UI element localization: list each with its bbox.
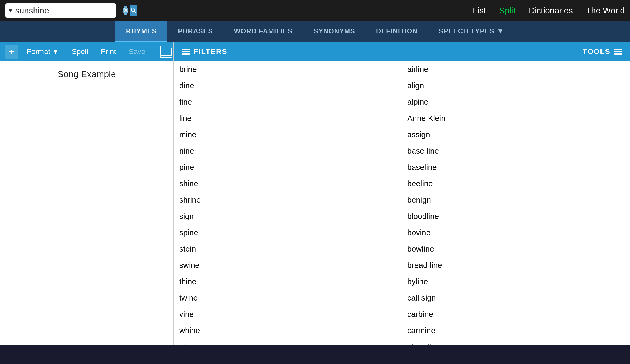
rhyme-word[interactable]: whine [174,322,402,339]
tools-line-1 [614,49,622,50]
tab-phrases[interactable]: PHRASES [167,21,224,42]
rhyme-word[interactable]: fine [174,94,402,110]
spell-button[interactable]: Spell [68,45,92,58]
tab-definition[interactable]: DEFINITION [366,21,428,42]
search-input[interactable] [15,6,121,16]
rhyme-word[interactable]: spine [174,224,402,241]
editor-toolbar: + Format ▼ Spell Print Save [0,42,173,61]
save-button[interactable]: Save [125,45,149,58]
tools-label[interactable]: TOOLS [583,47,622,56]
rhyme-word[interactable]: line [174,110,402,126]
rhyme-word[interactable]: benign [402,192,630,208]
rhyme-word[interactable]: call sign [402,290,630,306]
rhyme-word[interactable]: wine [174,339,402,345]
search-icon [130,7,137,14]
rhyme-word[interactable]: bread line [402,257,630,273]
clear-search-button[interactable]: ✕ [123,6,128,15]
speech-types-dropdown-icon: ▼ [497,27,504,35]
rhyme-word[interactable]: bloodline [402,208,630,224]
top-nav: List Split Dictionaries The World [473,6,625,16]
rhyme-word[interactable]: Anne Klein [402,110,630,126]
format-button[interactable]: Format ▼ [23,45,63,58]
rhymes-col-right: airlinealignalpineAnne Kleinassignbase l… [402,61,630,345]
main-content: + Format ▼ Spell Print Save Song Example [0,42,630,345]
hamburger-line-3 [182,53,190,55]
rhyme-word[interactable]: pine [174,159,402,175]
nav-list[interactable]: List [473,6,486,16]
rhyme-word[interactable]: airline [402,61,630,77]
rhyme-word[interactable]: mine [174,126,402,143]
view-toggle-icon [161,48,172,56]
hamburger-line-1 [182,49,190,50]
tabs-bar: RHYMES PHRASES WORD FAMILIES SYNONYMS DE… [0,21,630,42]
editor-body[interactable] [0,85,173,345]
rhyme-word[interactable]: bovine [402,224,630,241]
filters-label[interactable]: FILTERS [182,47,227,56]
tab-synonyms[interactable]: SYNONYMS [303,21,366,42]
tab-speech-types[interactable]: SPEECH TYPES ▼ [428,21,515,42]
rhyme-word[interactable]: align [402,77,630,94]
format-dropdown-icon: ▼ [52,47,59,56]
rhyme-word[interactable]: shrine [174,192,402,208]
rhyme-word[interactable]: baseline [402,159,630,175]
search-container: ▼ ✕ [5,3,116,18]
rhyme-word[interactable]: swine [174,257,402,273]
tools-line-2 [614,51,622,52]
rhymes-panel: FILTERS TOOLS brinedinefinelinemineninep… [174,42,630,345]
search-dropdown-arrow[interactable]: ▼ [8,8,13,14]
editor-title: Song Example [0,61,173,85]
rhyme-word[interactable]: beeline [402,175,630,192]
filters-hamburger-icon[interactable] [182,49,190,55]
rhyme-word[interactable]: stein [174,241,402,257]
rhyme-word[interactable]: carbine [402,306,630,322]
nav-dictionaries[interactable]: Dictionaries [529,6,573,16]
rhyme-word[interactable]: bowline [402,241,630,257]
add-button[interactable]: + [5,45,18,59]
rhyme-word[interactable]: chow line [402,339,630,345]
nav-the-world[interactable]: The World [586,6,625,16]
rhyme-word[interactable]: shine [174,175,402,192]
rhymes-col-left: brinedinefinelinemineninepineshineshrine… [174,61,402,345]
hamburger-line-2 [182,51,190,52]
top-bar: ▼ ✕ List Split Dictionaries The World [0,0,630,21]
nav-split[interactable]: Split [499,6,516,16]
editor-panel: + Format ▼ Spell Print Save Song Example [0,42,174,345]
search-button[interactable] [130,5,137,16]
rhyme-word[interactable]: carmine [402,322,630,339]
rhyme-word[interactable]: twine [174,290,402,306]
rhyme-word[interactable]: sign [174,208,402,224]
rhyme-word[interactable]: alpine [402,94,630,110]
tools-hamburger-icon [614,49,622,55]
rhyme-word[interactable]: brine [174,61,402,77]
rhyme-word[interactable]: vine [174,306,402,322]
rhyme-word[interactable]: thine [174,273,402,290]
rhyme-word[interactable]: nine [174,143,402,159]
tab-word-families[interactable]: WORD FAMILIES [224,21,303,42]
tab-rhymes[interactable]: RHYMES [115,21,167,42]
rhymes-list-container: brinedinefinelinemineninepineshineshrine… [174,61,630,345]
view-toggle-button[interactable] [160,46,172,58]
rhyme-word[interactable]: dine [174,77,402,94]
print-button[interactable]: Print [97,45,120,58]
rhymes-toolbar: FILTERS TOOLS [174,42,630,61]
rhyme-word[interactable]: base line [402,143,630,159]
rhyme-word[interactable]: byline [402,273,630,290]
rhyme-word[interactable]: assign [402,126,630,143]
tools-line-3 [614,53,622,55]
